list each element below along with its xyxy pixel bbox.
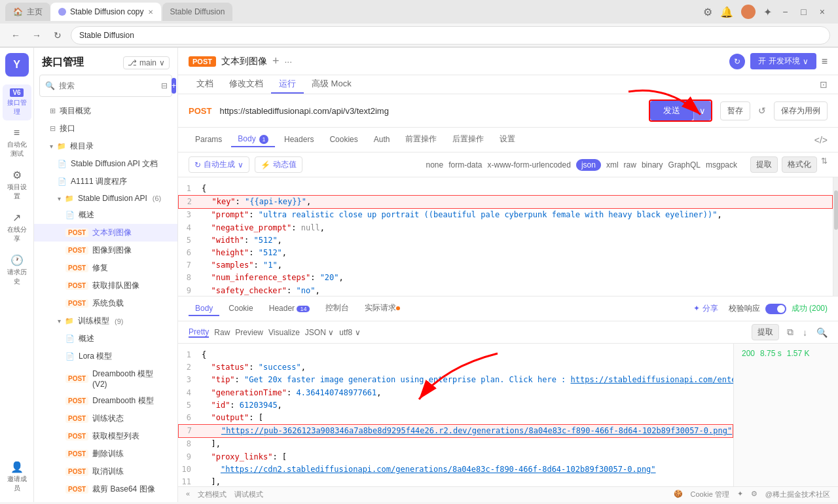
code-scrollbar[interactable] — [833, 177, 838, 296]
format-button[interactable]: 格式化 — [782, 156, 817, 173]
nav-item-get-model-list[interactable]: POST 获取模型列表 — [34, 427, 177, 445]
collapse-icon[interactable]: « — [186, 490, 190, 499]
search-resp-icon[interactable]: 🔍 — [816, 327, 828, 338]
nav-item-repair[interactable]: POST 修复 — [34, 259, 177, 277]
nav-item-stable-api-doc[interactable]: 📄 Stable Diffusion API 文档 — [34, 155, 177, 173]
fmt-json[interactable]: json — [576, 159, 601, 171]
branch-selector[interactable]: ⎇ main ∨ — [123, 56, 170, 69]
auto-gen-button[interactable]: ↻ 自动生成 ∨ — [189, 156, 249, 173]
nav-item-text-to-image[interactable]: POST 文本到图像 — [34, 224, 177, 242]
more-button[interactable]: ··· — [284, 56, 292, 67]
layout-icon[interactable]: ⊡ — [820, 79, 828, 90]
filter-icon[interactable]: ⊟ — [161, 81, 168, 90]
tab-stable-copy[interactable]: Stable Diffusion copy ✕ — [50, 3, 161, 21]
debug-mode-btn[interactable]: 调试模式 — [234, 490, 263, 499]
sidebar-item-api-manage[interactable]: V6 接口管理 — [3, 84, 31, 120]
refresh-button[interactable]: ↻ — [50, 27, 65, 43]
close-button[interactable]: × — [817, 7, 828, 17]
save-button[interactable]: 暂存 — [720, 101, 750, 120]
doc-mode-btn[interactable]: 文档模式 — [198, 490, 227, 499]
nav-item-interfaces[interactable]: ⊟ 接口 — [34, 120, 177, 137]
rfmt-visualize[interactable]: Visualize — [268, 328, 300, 337]
sidebar-item-online-share[interactable]: ↗ 在线分享 — [3, 207, 31, 247]
nav-item-delete-train[interactable]: POST 删除训练 — [34, 445, 177, 463]
tab-stable[interactable]: Stable Diffusion — [162, 3, 233, 21]
copy-icon[interactable]: ⧉ — [787, 327, 793, 338]
env-selector[interactable]: 开 开发环境 ∨ — [750, 53, 816, 69]
address-bar[interactable]: Stable Diffusion — [71, 26, 830, 45]
nav-item-root-dir[interactable]: ▾ 📁 根目录 — [34, 137, 177, 155]
minimize-button[interactable]: − — [780, 7, 790, 17]
maximize-button[interactable]: □ — [798, 7, 809, 17]
fmt-graphql[interactable]: GraphQL — [668, 160, 701, 170]
app-logo[interactable]: Y — [5, 53, 29, 77]
param-tab-cookies[interactable]: Cookies — [323, 133, 364, 147]
search-input[interactable] — [59, 81, 157, 90]
fmt-xml[interactable]: xml — [606, 160, 619, 170]
param-tab-settings[interactable]: 设置 — [493, 132, 522, 148]
nav-item-dreambooth-v2[interactable]: POST Dreambooth 模型 (V2) — [34, 365, 177, 392]
validate-toggle[interactable] — [765, 304, 786, 314]
request-code-editor[interactable]: 1 { 2 "key": "{{api-key}}", 3 "prompt": … — [178, 177, 833, 296]
download-icon[interactable]: ↓ — [803, 327, 807, 338]
cookie-mgmt-btn[interactable]: Cookie 管理 — [691, 490, 729, 499]
param-tab-pre-ops[interactable]: 前置操作 — [399, 132, 443, 148]
tab-close-button[interactable]: ✕ — [148, 9, 153, 16]
hamburger-icon[interactable]: ≡ — [822, 56, 828, 67]
tab-edit-doc[interactable]: 修改文档 — [221, 75, 271, 94]
sync-button[interactable]: ↻ — [729, 54, 745, 69]
undo-button[interactable]: ↺ — [758, 105, 766, 116]
tab-advanced-mock[interactable]: 高级 Mock — [304, 75, 359, 94]
avatar[interactable] — [741, 5, 756, 19]
send-button[interactable]: 发送 — [650, 101, 693, 120]
nav-item-cancel-train[interactable]: POST 取消训练 — [34, 463, 177, 480]
tab-run[interactable]: 运行 — [271, 75, 304, 94]
nav-item-img-to-img[interactable]: POST 图像到图像 — [34, 242, 177, 259]
resp-tab-cookie[interactable]: Cookie — [222, 302, 259, 316]
fmt-msgpack[interactable]: msgpack — [706, 160, 737, 170]
nav-item-get-queue[interactable]: POST 获取排队图像 — [34, 277, 177, 295]
nav-item-a1111[interactable]: 📄 A1111 调度程序 — [34, 173, 177, 190]
url-input[interactable]: https://stablediffusionapi.com/api/v3/te… — [219, 106, 641, 116]
nav-item-stable-api-folder[interactable]: ▾ 📁 Stable Diffusion API (6) — [34, 190, 177, 206]
fmt-form-data[interactable]: form-data — [448, 160, 482, 170]
resp-tab-console[interactable]: 控制台 — [319, 300, 355, 317]
save-example-button[interactable]: 保存为用例 — [774, 101, 828, 120]
notification-icon[interactable]: 🔔 — [720, 6, 733, 18]
code-icon[interactable]: </> — [814, 135, 828, 145]
rfmt-preview[interactable]: Preview — [235, 328, 263, 337]
back-button[interactable]: ← — [8, 27, 24, 43]
rfmt-json[interactable]: JSON ∨ — [305, 328, 334, 337]
share-icon2[interactable]: ✦ — [737, 490, 743, 499]
nav-item-train-status[interactable]: POST 训练状态 — [34, 410, 177, 427]
resp-tab-body[interactable]: Body — [189, 302, 219, 316]
nav-item-overview[interactable]: 📄 概述 — [34, 206, 177, 224]
fmt-raw[interactable]: raw — [624, 160, 636, 170]
send-dropdown-button[interactable]: ∨ — [693, 101, 711, 120]
sort-icon[interactable]: ⇅ — [821, 156, 828, 173]
sidebar-item-request-history[interactable]: 🕐 请求历史 — [3, 250, 31, 290]
nav-item-crop-base64[interactable]: POST 裁剪 Base64 图像 — [34, 480, 177, 498]
param-tab-body[interactable]: Body 1 — [231, 132, 275, 147]
nav-item-project-overview[interactable]: ⊞ 项目概览 — [34, 102, 177, 120]
bookmark-icon[interactable]: ✦ — [763, 6, 772, 18]
param-tab-params[interactable]: Params — [189, 133, 228, 147]
nav-item-dreambooth[interactable]: POST Dreambooth 模型 — [34, 392, 177, 410]
share-button[interactable]: ✦ 分享 — [693, 303, 718, 314]
param-tab-headers[interactable]: Headers — [278, 133, 320, 147]
tab-home[interactable]: 🏠 主页 — [5, 3, 50, 21]
nav-item-train-overview[interactable]: 📄 概述 — [34, 330, 177, 348]
tab-doc[interactable]: 文档 — [189, 75, 221, 94]
nav-item-text-video[interactable]: ▷ 📁 文字转视频 (3) — [34, 498, 177, 502]
fmt-urlencoded[interactable]: x-www-form-urlencoded — [488, 160, 571, 170]
dyn-val-button[interactable]: ⚡ 动态值 — [255, 156, 302, 173]
param-tab-post-ops[interactable]: 后置操作 — [446, 132, 490, 148]
sidebar-item-invite[interactable]: 👤 邀请成员 — [3, 457, 31, 497]
resp-extract-button[interactable]: 提取 — [752, 324, 779, 340]
resp-tab-header[interactable]: Header 14 — [263, 302, 317, 316]
rfmt-encoding[interactable]: utf8 ∨ — [339, 328, 360, 337]
extract-button[interactable]: 提取 — [750, 156, 778, 173]
response-code-editor[interactable]: 1 { 2 "status": "success", 3 "tip": "Get… — [178, 344, 733, 486]
nav-item-lora[interactable]: 📄 Lora 模型 — [34, 348, 177, 365]
sidebar-item-project-settings[interactable]: ⚙ 项目设置 — [3, 165, 31, 205]
